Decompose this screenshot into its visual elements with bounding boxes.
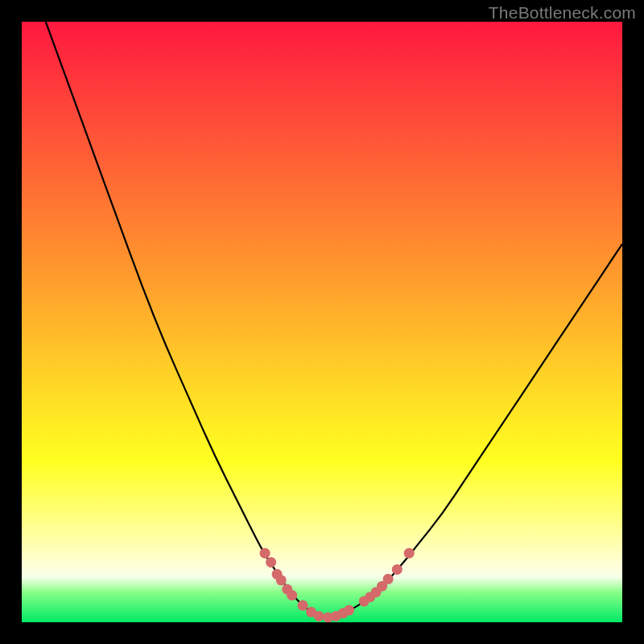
plot-area: [22, 22, 622, 622]
curve-markers: [260, 548, 415, 622]
curve-marker: [260, 548, 270, 559]
curve-marker: [287, 590, 297, 601]
curve-marker: [344, 605, 354, 616]
curve-marker: [298, 601, 308, 611]
curve-marker: [404, 548, 415, 559]
curve-marker: [383, 574, 394, 584]
chart-frame: TheBottleneck.com: [0, 0, 644, 644]
curve-marker: [314, 611, 324, 621]
curve-line: [46, 22, 622, 617]
watermark-text: TheBottleneck.com: [489, 3, 636, 23]
curve-marker: [392, 564, 402, 575]
curve-marker: [266, 557, 276, 568]
curve-marker: [276, 575, 287, 585]
bottleneck-curve: [22, 22, 622, 622]
